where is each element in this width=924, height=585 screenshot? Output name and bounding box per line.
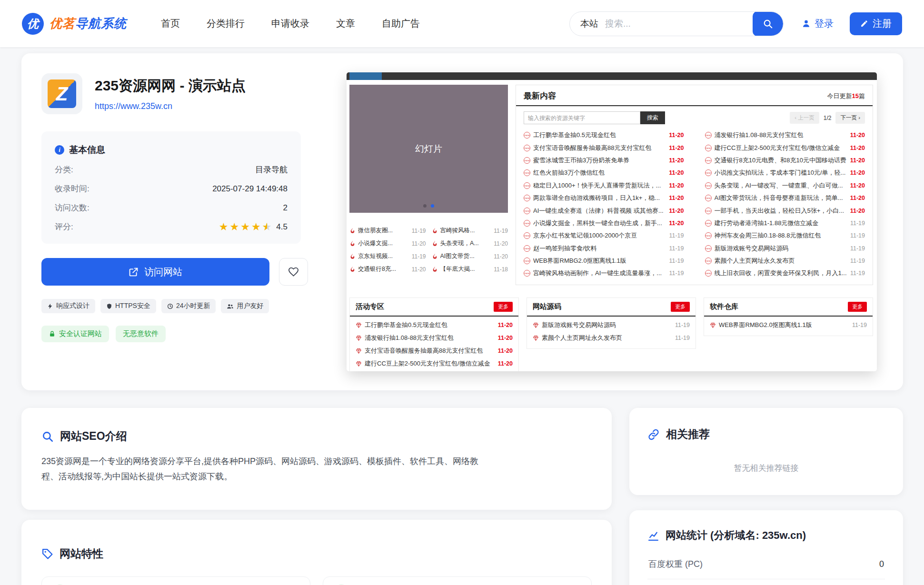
- list-item: new 赵一鸣签到抽零食/饮料 11-19: [524, 242, 684, 255]
- menu-item[interactable]: 分类排行: [207, 17, 245, 30]
- new-badge-icon: new: [524, 208, 530, 214]
- list-item: 宫崎骏风格... 11-19: [432, 224, 508, 237]
- new-badge-icon: new: [524, 169, 530, 176]
- list-item: new 建行劳动者港湾抽1-1.88元微信立减金 11-19: [705, 217, 865, 229]
- list-item: new 一部手机，当天出收益，轻松日入5张+，小白... 11-20: [705, 204, 865, 217]
- menu-item[interactable]: 申请收录: [271, 17, 309, 30]
- visit-website-button[interactable]: 访问网站: [41, 258, 269, 286]
- new-badge-icon: new: [705, 169, 712, 176]
- site-logo-letter: Z: [48, 79, 76, 108]
- list-item: 浦发银行抽1.08-88元支付宝红包 11-20: [356, 332, 513, 345]
- info-icon: [55, 145, 64, 155]
- list-item: 建行CC豆上架2-500元支付宝红包/微信立减金 11-20: [356, 357, 513, 370]
- slideshow-dots: [349, 204, 508, 208]
- new-badge-icon: new: [705, 157, 712, 164]
- pen-icon: [860, 20, 868, 28]
- list-item: 蜜雪冰城雪王币抽3万份奶茶免单券 11-20: [356, 370, 513, 371]
- new-badge-icon: new: [524, 220, 530, 227]
- basic-info-title: 基本信息: [69, 144, 105, 156]
- new-badge-icon: new: [524, 132, 530, 139]
- gem-icon: [533, 335, 539, 341]
- list-item: 支付宝语音唤醒服务抽最高88元支付宝红包 11-20: [356, 345, 513, 357]
- flame-icon: [349, 253, 356, 259]
- list-item: new 新版游戏账号交易网站源码 11-19: [705, 242, 865, 255]
- tag-https: HTTPS安全: [100, 299, 156, 313]
- shield-icon: [106, 303, 112, 309]
- list-item: 小说爆文掘... 11-20: [349, 237, 426, 250]
- brand-logo[interactable]: 优 优茗导航系统: [22, 13, 127, 35]
- section-title: 软件仓库: [710, 302, 738, 311]
- latest-title: 最新内容: [524, 90, 556, 101]
- page: { "colors": { "accent": "#2563eb", "hot_…: [0, 0, 924, 585]
- search-scope-toggle[interactable]: 本站: [570, 18, 605, 30]
- flame-icon: [349, 240, 356, 247]
- list-item: new 线上旧衣回收，闲置变黄金环保又利民，月入1... 11-19: [705, 267, 865, 279]
- related-title: 相关推荐: [666, 427, 710, 442]
- search-input[interactable]: [605, 19, 753, 29]
- website-preview-screenshot: 幻灯片 微信朋友圈... 11-19: [347, 72, 877, 371]
- menu-item[interactable]: 自助广告: [382, 17, 420, 30]
- preview-search-button: 搜索: [640, 111, 665, 124]
- preview-hot-mini-list: 微信朋友圈... 11-19 宫崎骏风格... 11-19 小说爆文掘...: [349, 224, 508, 276]
- site-summary: Z 235资源网网 - 演示站点 https://www.235w.cn 基本信…: [41, 73, 308, 342]
- new-badge-icon: new: [705, 232, 712, 239]
- flame-icon: [432, 228, 438, 234]
- basic-info-panel: 基本信息 分类: 目录导航 收录时间: 2025-07-29 14:49:48 …: [41, 131, 301, 244]
- list-item: 新版游戏账号交易网站源码 11-19: [533, 319, 690, 332]
- preview-section-activities: 活动专区 更多 工行鹏华基金抽0.5元现金红包 11-20: [349, 297, 519, 371]
- clock-icon: [167, 303, 173, 309]
- menu-item[interactable]: 首页: [161, 17, 180, 30]
- more-button: 更多: [671, 302, 690, 312]
- tag-userfriendly: 用户友好: [221, 299, 269, 313]
- new-badge-icon: new: [705, 220, 712, 227]
- stats-title: 网站统计 (分析域名: 235w.cn): [666, 528, 806, 543]
- site-url-link[interactable]: https://www.235w.cn: [95, 101, 246, 111]
- menu-item[interactable]: 文章: [336, 17, 355, 30]
- list-item: 素颜个人主页网址永久发布页 11-19: [533, 332, 690, 345]
- more-button: 更多: [494, 302, 513, 312]
- users-icon: [227, 303, 234, 309]
- list-item: new 素颜个人主页网址永久发布页 11-19: [705, 255, 865, 267]
- tag-certified: 安全认证网站: [41, 326, 109, 342]
- list-item: 交通银行8充... 11-20: [349, 263, 426, 276]
- info-row-category: 分类: 目录导航: [55, 164, 288, 175]
- tag-24h: 24小时更新: [161, 299, 216, 313]
- list-item: 【年底大揭... 11-18: [432, 263, 508, 276]
- new-badge-icon: new: [705, 208, 712, 214]
- new-badge-icon: new: [524, 245, 530, 252]
- external-link-icon: [129, 267, 139, 277]
- new-badge-icon: new: [524, 195, 530, 201]
- list-item: new 小说推文实拍玩法，零成本零门槛10元/单，轻... 11-20: [705, 167, 865, 179]
- list-item: new 神州车友会周三抽0.18-88.8元微信红包 11-19: [705, 229, 865, 242]
- latest-list-left: new 工行鹏华基金抽0.5元现金红包 11-20 new 支付宝语音唤醒服务抽…: [524, 129, 684, 280]
- heart-icon: [288, 267, 299, 278]
- safety-tag-row: 安全认证网站 无恶意软件: [41, 326, 308, 342]
- register-button[interactable]: 注册: [850, 12, 902, 35]
- preview-latest-panel: 最新内容 今日更新15篇 搜索 ‹ 上一页 1/2 下一页 ›: [516, 85, 873, 285]
- info-row-visits: 访问次数: 2: [55, 202, 288, 213]
- new-badge-icon: new: [524, 258, 530, 264]
- logo-badge-icon: 优: [22, 13, 44, 35]
- tag-responsive: 响应式设计: [41, 299, 95, 313]
- search-button[interactable]: [753, 11, 783, 36]
- feature-tag-row: 响应式设计 HTTPS安全 24小时更新 用户友好: [41, 299, 308, 313]
- today-update-count: 今日更新15篇: [827, 92, 865, 100]
- list-item: new 交通银行8充10元电费、和8充10元中国移动话费 11-20: [705, 154, 865, 167]
- star-icon: [240, 222, 250, 232]
- user-icon: [802, 19, 811, 28]
- favorite-button[interactable]: [279, 258, 308, 286]
- site-detail-card: Z 235资源网网 - 演示站点 https://www.235w.cn 基本信…: [21, 53, 903, 390]
- list-item: new 建行CC豆上架2-500元支付宝红包/微信立减金 11-20: [705, 141, 865, 154]
- chart-icon: [647, 530, 659, 542]
- list-item: new 小说爆文掘金，黑科技一键全自动生成，新手... 11-20: [524, 217, 684, 229]
- seo-description: 235资源网是一个专业的网络资源分享平台,提供各种PHP源码、网站源码、游戏源码…: [41, 454, 489, 484]
- stats-rows: 百度权重 (PC) 0 预计来路 0: [647, 549, 885, 585]
- list-item: new 浦发银行抽1.08-88元支付宝红包 11-20: [705, 129, 865, 141]
- related-empty-text: 暂无相关推荐链接: [647, 463, 885, 474]
- list-item: new WEB界面RMBG2.0抠图离线1.1版 11-19: [524, 255, 684, 267]
- flame-icon: [349, 228, 356, 234]
- list-item: new 工行鹏华基金抽0.5元现金红包 11-20: [524, 129, 684, 141]
- login-link[interactable]: 登录: [802, 17, 834, 30]
- preview-slideshow: 幻灯片: [349, 85, 508, 213]
- rating-value: 4.5: [276, 222, 288, 232]
